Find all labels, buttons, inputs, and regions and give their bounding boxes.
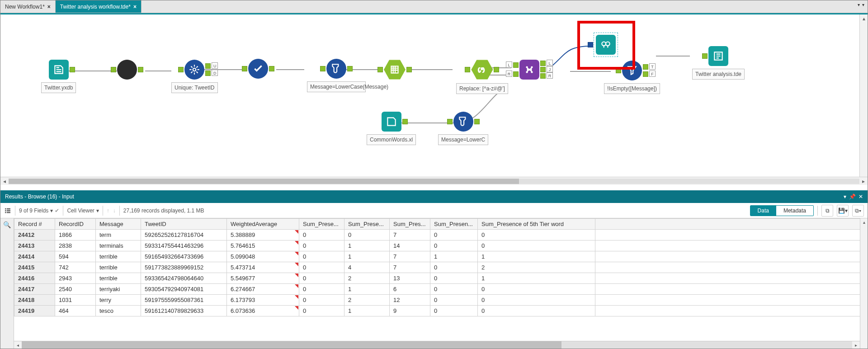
table-cell[interactable]: 2 <box>478 262 595 273</box>
anchor-in[interactable] <box>465 67 470 72</box>
table-cell[interactable]: 0 <box>430 295 478 306</box>
table-row[interactable]: 244172540terriyaki5930547929409740816.27… <box>14 284 868 295</box>
table-cell[interactable]: 9 <box>390 306 430 316</box>
anchor-out[interactable] <box>70 67 75 72</box>
table-cell[interactable]: 0 <box>430 262 478 273</box>
scroll-up-arrow[interactable]: ▴ <box>860 218 868 226</box>
view-mode-icon[interactable] <box>4 207 11 214</box>
table-cell[interactable]: 5.764615 <box>227 241 299 251</box>
table-row[interactable]: 24415742terrible5917738238899691525.4737… <box>14 262 868 273</box>
scroll-thumb[interactable] <box>9 179 519 184</box>
table-cell[interactable]: term <box>96 230 141 241</box>
node-formula1[interactable]: Message=LowerCase(Message) <box>307 59 366 92</box>
fields-dropdown[interactable]: 9 of 9 Fields ▾ ✔ <box>19 208 59 214</box>
anchor-out[interactable] <box>402 119 408 124</box>
tab-overflow-menu[interactable]: ▾ ▾ <box>858 2 865 7</box>
scroll-left-arrow[interactable]: ◂ <box>14 341 22 349</box>
cell-viewer-dropdown[interactable]: Cell Viewer ▾ <box>67 208 99 214</box>
table-row[interactable]: 244121866term5926525261278167045.3888890… <box>14 230 868 241</box>
table-cell[interactable]: 742 <box>55 262 96 273</box>
scroll-up-arrow[interactable]: ▴ <box>860 14 868 23</box>
table-cell[interactable]: 1 <box>430 251 478 262</box>
tab-metadata[interactable]: Metadata <box>776 206 813 216</box>
node-text-to-columns[interactable] <box>384 59 406 80</box>
scroll-left-arrow[interactable]: ◂ <box>0 178 9 184</box>
table-cell[interactable]: 594 <box>55 251 96 262</box>
table-cell[interactable]: 0 <box>478 295 595 306</box>
grid-horizontal-scrollbar[interactable]: ◂ ▸ <box>14 341 860 349</box>
table-cell[interactable]: 14 <box>390 241 430 251</box>
table-cell[interactable]: 0 <box>299 273 344 284</box>
table-cell[interactable]: 13 <box>390 273 430 284</box>
column-header[interactable]: WeightedAverage <box>227 219 299 230</box>
node-common-words[interactable]: CommonWords.xl <box>367 112 416 145</box>
table-cell[interactable]: 0 <box>478 306 595 316</box>
table-cell[interactable]: terrible <box>96 273 141 284</box>
table-cell[interactable]: 5.549677 <box>227 273 299 284</box>
dropdown-icon[interactable]: ▾ <box>844 193 846 200</box>
anchor-out[interactable] <box>347 66 353 71</box>
table-cell[interactable]: 12 <box>390 295 430 306</box>
table-row[interactable]: 24414594terrible5916549326647336965.0990… <box>14 251 868 262</box>
table-cell[interactable]: 2 <box>344 295 390 306</box>
table-cell[interactable]: 7 <box>390 251 430 262</box>
anchor-in[interactable] <box>702 53 708 59</box>
table-cell[interactable]: 7 <box>390 230 430 241</box>
table-cell[interactable]: 24418 <box>14 295 55 306</box>
table-cell[interactable]: 1 <box>344 306 390 316</box>
table-cell[interactable]: 0 <box>344 230 390 241</box>
table-cell[interactable]: 5.473714 <box>227 262 299 273</box>
new-window-button[interactable]: ⧉▾ <box>852 205 864 217</box>
save-button[interactable]: 💾▾ <box>837 205 849 217</box>
table-cell[interactable]: 1031 <box>55 295 96 306</box>
table-cell[interactable]: 0 <box>299 306 344 316</box>
anchor-in[interactable] <box>377 67 383 72</box>
anchor-out[interactable] <box>406 67 412 72</box>
anchor-in[interactable] <box>242 66 247 71</box>
grid-vertical-scrollbar[interactable]: ▴ <box>860 218 868 349</box>
table-cell[interactable]: 591654932664733696 <box>141 251 227 262</box>
table-cell[interactable]: terrible <box>96 262 141 273</box>
table-cell[interactable]: 0 <box>299 230 344 241</box>
scroll-right-arrow[interactable]: ▸ <box>859 178 868 184</box>
table-cell[interactable]: 593054792940974081 <box>141 284 227 295</box>
table-cell[interactable]: 593365424798064640 <box>141 273 227 284</box>
workflow-canvas[interactable]: Twitter.yxdb U D Unique: TweetID <box>0 13 868 185</box>
anchor-in[interactable] <box>447 119 453 124</box>
table-cell[interactable]: terriyaki <box>96 284 141 295</box>
scroll-track[interactable] <box>9 179 859 184</box>
column-header[interactable]: Record # <box>14 219 55 230</box>
tab-data[interactable]: Data <box>750 206 776 216</box>
table-cell[interactable]: 5.099048 <box>227 251 299 262</box>
anchor-in-r[interactable] <box>513 71 519 77</box>
table-cell[interactable]: 2540 <box>55 284 96 295</box>
column-header[interactable]: TweetID <box>141 219 227 230</box>
table-cell[interactable]: terminals <box>96 241 141 251</box>
table-cell[interactable]: 591975559955087361 <box>141 295 227 306</box>
table-cell[interactable]: 4 <box>344 262 390 273</box>
column-header[interactable]: Sum_Presence of 5th Tier word <box>478 219 595 230</box>
node-regex-replace[interactable]: (.*) Replace: [^a-z#@'] <box>456 59 508 94</box>
table-cell[interactable]: 1 <box>344 241 390 251</box>
table-cell[interactable]: 1 <box>478 251 595 262</box>
anchor-out-t[interactable] <box>643 64 648 70</box>
table-cell[interactable]: 591612140789829633 <box>141 306 227 316</box>
column-header[interactable]: Message <box>96 219 141 230</box>
table-cell[interactable]: 24416 <box>14 273 55 284</box>
anchor-out-d[interactable] <box>205 71 211 76</box>
table-cell[interactable]: 2838 <box>55 241 96 251</box>
scroll-thumb[interactable] <box>22 341 561 349</box>
binoculars-icon[interactable]: 🔍 <box>3 221 11 228</box>
anchor-in[interactable] <box>178 67 184 72</box>
anchor-out-f[interactable] <box>643 71 648 77</box>
anchor-out[interactable] <box>494 67 499 72</box>
table-cell[interactable]: 0 <box>430 284 478 295</box>
table-cell[interactable]: 592652526127816704 <box>141 230 227 241</box>
copy-button[interactable]: ⧉ <box>821 205 833 217</box>
table-cell[interactable]: 0 <box>299 295 344 306</box>
close-icon[interactable]: × <box>47 4 51 10</box>
scroll-right-arrow[interactable]: ▸ <box>852 341 860 349</box>
table-cell[interactable]: terry <box>96 295 141 306</box>
table-cell[interactable]: 24419 <box>14 306 55 316</box>
table-cell[interactable]: 0 <box>430 306 478 316</box>
